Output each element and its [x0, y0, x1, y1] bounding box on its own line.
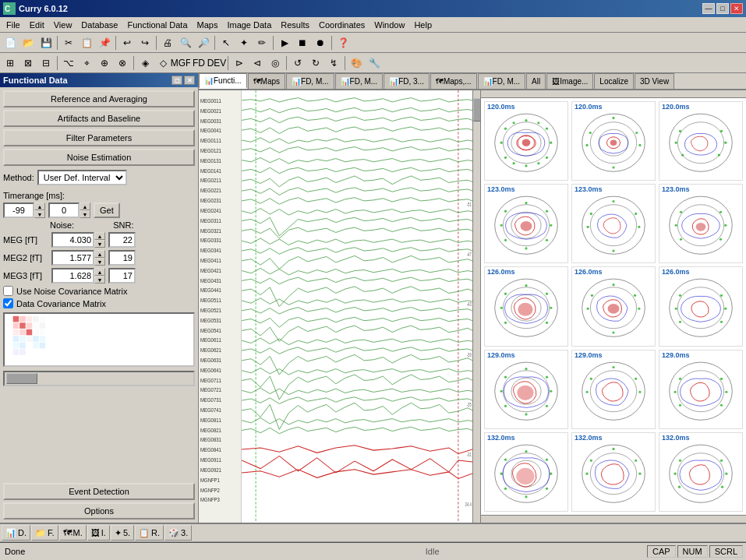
tab-all[interactable]: All	[526, 73, 546, 89]
tab-image[interactable]: 🖼 Image...	[546, 73, 593, 89]
tb2-10[interactable]: MGF	[172, 55, 189, 72]
minimize-button[interactable]: —	[702, 3, 715, 14]
tb2-5[interactable]: ⌖	[78, 55, 95, 72]
timerange-from-input[interactable]	[3, 203, 34, 218]
panel-m-button[interactable]: 🗺 M.	[59, 525, 87, 541]
tb-pointer[interactable]: ✦	[235, 34, 253, 51]
meg2-noise-input[interactable]	[51, 250, 94, 266]
tb-record[interactable]: ⏺	[312, 34, 329, 51]
panel-restore-btn[interactable]: ◻	[171, 76, 182, 85]
tb2-20[interactable]: 🔧	[366, 55, 383, 72]
tab-3d-view[interactable]: 3D View	[635, 73, 674, 89]
tb-save[interactable]: 💾	[37, 34, 55, 51]
tb-help[interactable]: ❓	[334, 34, 352, 51]
tb-zoom-out[interactable]: 🔎	[195, 34, 212, 51]
tb2-2[interactable]: ⊠	[19, 55, 37, 72]
panel-i-button[interactable]: 🖼 I.	[87, 525, 110, 541]
maps-hscroll[interactable]	[481, 90, 746, 98]
slider-thumb[interactable]	[6, 373, 37, 384]
tb2-3[interactable]: ⊟	[37, 55, 55, 72]
tb2-17[interactable]: ↻	[307, 55, 324, 72]
tb2-9[interactable]: ◇	[154, 55, 171, 72]
tb-play[interactable]: ▶	[276, 34, 293, 51]
menu-database[interactable]: Database	[76, 19, 122, 31]
vscroll-thumb[interactable]	[473, 98, 481, 122]
data-covariance-checkbox[interactable]	[3, 298, 13, 308]
close-button[interactable]: ✕	[730, 3, 743, 14]
filter-parameters-button[interactable]: Filter Parameters	[3, 129, 195, 146]
tb-undo[interactable]: ↩	[118, 34, 136, 51]
meg1-noise-up[interactable]: ▲	[94, 232, 105, 240]
maximize-button[interactable]: □	[716, 3, 729, 14]
tab-fd-m-1[interactable]: 📊 FD, M...	[286, 73, 334, 89]
tb2-6[interactable]: ⊕	[96, 55, 113, 72]
tb-zoom-in[interactable]: 🔍	[177, 34, 194, 51]
menu-coordinates[interactable]: Coordinates	[314, 19, 369, 31]
timerange-to-down[interactable]: ▼	[80, 210, 90, 218]
menu-window[interactable]: Window	[369, 19, 409, 31]
event-detection-button[interactable]: Event Detection	[3, 483, 195, 500]
tab-localize[interactable]: Localize	[594, 73, 634, 89]
menu-view[interactable]: View	[49, 19, 77, 31]
meg2-noise-down[interactable]: ▼	[94, 258, 105, 266]
get-button[interactable]: Get	[94, 203, 120, 218]
noise-estimation-button[interactable]: Noise Estimation	[3, 149, 195, 166]
meg1-noise-down[interactable]: ▼	[94, 240, 105, 248]
tb2-8[interactable]: ◈	[136, 55, 154, 72]
meg2-noise-up[interactable]: ▲	[94, 250, 105, 258]
meg3-snr-input[interactable]	[108, 268, 136, 284]
tb-cut[interactable]: ✂	[60, 34, 77, 51]
tb2-14[interactable]: ⊲	[249, 55, 266, 72]
tab-fd-3[interactable]: 📊 FD, 3...	[384, 73, 430, 89]
tab-fd-m-3[interactable]: 📊 FD, M...	[478, 73, 526, 89]
tb2-1[interactable]: ⊞	[2, 55, 19, 72]
tb-new[interactable]: 📄	[2, 34, 19, 51]
tb-paste[interactable]: 📌	[96, 34, 113, 51]
tab-maps-2[interactable]: 🗺 Maps,...	[430, 73, 477, 89]
meg3-noise-up[interactable]: ▲	[94, 268, 105, 276]
panel-d-button[interactable]: 📊 D.	[2, 525, 30, 541]
timerange-from-down[interactable]: ▼	[34, 210, 45, 218]
tb2-11[interactable]: FD	[190, 55, 207, 72]
tab-fd-m-2[interactable]: 📊 FD, M...	[335, 73, 384, 89]
menu-edit[interactable]: Edit	[25, 19, 49, 31]
tb-copy[interactable]: 📋	[78, 34, 95, 51]
panel-f-button[interactable]: 📁 F.	[31, 525, 58, 541]
tb-draw[interactable]: ✏	[253, 34, 270, 51]
tb-select[interactable]: ↖	[217, 34, 235, 51]
menu-functional-data[interactable]: Functional Data	[122, 19, 192, 31]
timerange-to-input[interactable]	[48, 203, 80, 218]
meg1-snr-input[interactable]	[108, 232, 136, 248]
tb2-12[interactable]: DEV	[208, 55, 225, 72]
menu-results[interactable]: Results	[276, 19, 314, 31]
tb2-7[interactable]: ⊗	[114, 55, 131, 72]
timerange-from-up[interactable]: ▲	[34, 203, 45, 210]
reference-averaging-button[interactable]: Reference and Averaging	[3, 90, 195, 107]
meg2-snr-input[interactable]	[108, 250, 136, 266]
method-select[interactable]: User Def. Interval	[37, 170, 127, 185]
artifacts-baseline-button[interactable]: Artifacts and Baseline	[3, 110, 195, 127]
tab-functi[interactable]: 📊 Functi...	[199, 73, 247, 89]
menu-help[interactable]: Help	[409, 19, 437, 31]
tb2-16[interactable]: ↺	[289, 55, 306, 72]
tb-redo[interactable]: ↪	[136, 34, 154, 51]
tb2-18[interactable]: ↯	[325, 55, 342, 72]
panel-r-button[interactable]: 📋 R.	[135, 525, 164, 541]
tb-print[interactable]: 🖨	[159, 34, 176, 51]
panel-3-button[interactable]: 🎲 3.	[164, 525, 192, 541]
timerange-to-up[interactable]: ▲	[80, 203, 90, 210]
tb2-13[interactable]: ⊳	[231, 55, 248, 72]
menu-file[interactable]: File	[2, 19, 25, 31]
noise-covariance-checkbox[interactable]	[3, 286, 13, 296]
options-button[interactable]: Options	[3, 502, 195, 519]
meg3-noise-down[interactable]: ▼	[94, 276, 105, 284]
meg1-noise-input[interactable]	[51, 232, 94, 248]
meg3-noise-input[interactable]	[51, 268, 94, 284]
tab-maps[interactable]: 🗺 Maps	[248, 73, 285, 89]
menu-maps[interactable]: Maps	[193, 19, 223, 31]
tb2-4[interactable]: ⌥	[60, 55, 77, 72]
panel-5-button[interactable]: ✦ 5.	[111, 525, 134, 541]
waveform-scrollbar[interactable]	[472, 90, 480, 523]
panel-close-btn[interactable]: ✕	[184, 76, 195, 85]
menu-image-data[interactable]: Image Data	[222, 19, 276, 31]
